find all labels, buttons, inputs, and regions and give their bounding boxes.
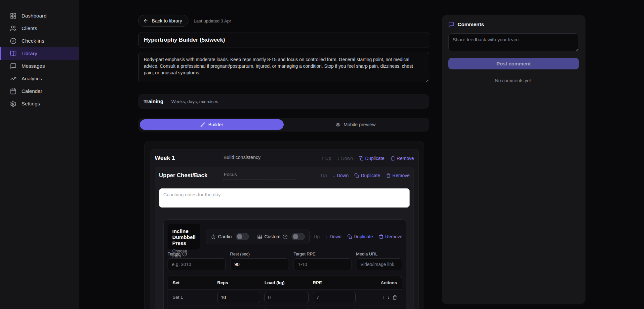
custom-label: Custom bbox=[257, 234, 288, 239]
sidebar-item-messages[interactable]: Messages bbox=[0, 60, 79, 72]
rest-input[interactable] bbox=[230, 258, 289, 270]
sidebar-item-library[interactable]: Library bbox=[0, 47, 79, 60]
copy-icon bbox=[359, 156, 363, 161]
week-remove-button[interactable]: Remove bbox=[390, 156, 414, 161]
cardio-toggle[interactable] bbox=[236, 233, 249, 240]
col-load: Load (kg) bbox=[264, 280, 313, 285]
comment-textarea[interactable] bbox=[448, 33, 579, 51]
load-input[interactable] bbox=[264, 308, 309, 309]
exercise-remove-button[interactable]: Remove bbox=[379, 234, 402, 239]
sidebar-item-dashboard[interactable]: Dashboard bbox=[0, 10, 79, 22]
trash-icon bbox=[379, 234, 383, 239]
sidebar-item-clients[interactable]: Clients bbox=[0, 22, 79, 35]
week-title: Week 1 bbox=[155, 155, 218, 162]
reps-input[interactable] bbox=[217, 292, 260, 303]
pencil-icon bbox=[200, 122, 205, 127]
post-comment-button[interactable]: Post comment bbox=[448, 58, 579, 69]
toggle-knob bbox=[237, 234, 242, 239]
arrow-down-icon: ↓ bbox=[333, 173, 335, 178]
tab-builder[interactable]: Builder bbox=[140, 119, 284, 130]
sidebar: Dashboard Clients Check-ins Library Mess… bbox=[0, 0, 79, 309]
comment-bubble-icon bbox=[448, 21, 454, 27]
message-icon bbox=[10, 63, 17, 69]
set-down-button[interactable]: ↓ bbox=[387, 295, 390, 300]
copy-icon bbox=[347, 234, 352, 239]
target-rpe-field: Target RPE bbox=[294, 251, 351, 270]
arrow-down-icon: ↓ bbox=[387, 295, 390, 300]
sidebar-item-label: Check-ins bbox=[21, 38, 44, 44]
day-title: Upper Chest/Back bbox=[159, 172, 218, 179]
day-focus-input[interactable] bbox=[223, 171, 296, 179]
rest-field: Rest (sec) bbox=[230, 251, 289, 270]
layout-grid-icon bbox=[10, 13, 17, 19]
set-row: Set 1 ↑ ↓ bbox=[168, 289, 402, 305]
day-up-button[interactable]: ↑Up bbox=[317, 173, 327, 178]
day-card: Upper Chest/Back ↑Up ↓Down Duplicate Rem… bbox=[155, 167, 414, 309]
help-circle-icon bbox=[182, 251, 187, 256]
week-down-button[interactable]: ↓Down bbox=[337, 156, 353, 161]
exercise-toggle-group: Cardio Custom bbox=[206, 229, 310, 244]
custom-toggle[interactable] bbox=[292, 233, 305, 240]
exercise-up-button[interactable]: ↑Up bbox=[310, 234, 320, 239]
coaching-notes-textarea[interactable] bbox=[159, 188, 410, 208]
load-input[interactable] bbox=[264, 292, 309, 303]
week-label-input[interactable] bbox=[223, 154, 296, 162]
toggle-knob bbox=[293, 234, 298, 239]
arrow-up-icon: ↑ bbox=[321, 156, 324, 161]
exercise-duplicate-button[interactable]: Duplicate bbox=[347, 234, 373, 239]
cardio-label: Cardio bbox=[211, 234, 232, 239]
arrow-down-icon: ↓ bbox=[337, 156, 340, 161]
tab-mobile-preview[interactable]: Mobile preview bbox=[284, 119, 427, 130]
media-url-input[interactable] bbox=[356, 258, 402, 270]
back-to-library-button[interactable]: Back to library bbox=[138, 15, 188, 27]
exercise-name-box[interactable]: Incline Dumbbell Press Choose from catal… bbox=[168, 224, 200, 250]
divider bbox=[155, 183, 414, 183]
exercise-down-button[interactable]: ↓Down bbox=[326, 234, 342, 239]
sidebar-item-label: Library bbox=[21, 51, 37, 57]
divider bbox=[253, 232, 253, 241]
book-open-icon bbox=[10, 50, 17, 57]
reps-input[interactable] bbox=[217, 308, 260, 309]
rpe-input[interactable] bbox=[313, 292, 356, 303]
sidebar-item-settings[interactable]: Settings bbox=[0, 97, 79, 110]
trending-up-icon bbox=[10, 75, 17, 82]
col-set: Set bbox=[173, 280, 217, 285]
rpe-input[interactable] bbox=[313, 308, 356, 309]
sidebar-item-label: Clients bbox=[21, 25, 37, 31]
program-description-textarea[interactable]: Body-part emphasis with moderate loads. … bbox=[138, 52, 429, 82]
training-subtitle: Weeks, days, exercises bbox=[171, 99, 218, 104]
col-rpe: RPE bbox=[313, 280, 376, 285]
training-title: Training bbox=[143, 98, 163, 104]
arrow-up-icon: ↑ bbox=[317, 173, 319, 178]
day-remove-button[interactable]: Remove bbox=[386, 173, 410, 178]
back-button-label: Back to library bbox=[152, 18, 182, 23]
tempo-input[interactable] bbox=[168, 258, 225, 270]
eye-icon bbox=[336, 122, 341, 127]
set-row-label: Set 1 bbox=[173, 295, 217, 300]
trash-icon bbox=[386, 173, 391, 178]
weeks-container: Week 1 ↑Up ↓Down Duplicate Remove Upper … bbox=[144, 141, 424, 309]
arrow-down-icon: ↓ bbox=[326, 234, 328, 239]
trash-icon bbox=[392, 295, 397, 300]
sidebar-item-label: Settings bbox=[21, 101, 40, 107]
col-actions: Actions bbox=[376, 280, 397, 285]
week-duplicate-button[interactable]: Duplicate bbox=[359, 156, 384, 161]
set-up-button[interactable]: ↑ bbox=[382, 295, 384, 300]
set-delete-button[interactable] bbox=[392, 295, 397, 300]
training-section-header: Training Weeks, days, exercises bbox=[138, 94, 429, 109]
program-title-input[interactable] bbox=[138, 32, 429, 48]
day-down-button[interactable]: ↓Down bbox=[333, 173, 349, 178]
target-rpe-input[interactable] bbox=[294, 258, 351, 270]
sidebar-item-calendar[interactable]: Calendar bbox=[0, 85, 79, 97]
media-url-field: Media URL bbox=[356, 251, 402, 270]
table-icon bbox=[257, 234, 262, 239]
sets-table-header: Set Reps Load (kg) RPE Actions bbox=[168, 276, 402, 289]
arrow-up-icon: ↑ bbox=[382, 295, 384, 300]
sidebar-item-analytics[interactable]: Analytics bbox=[0, 72, 79, 85]
media-url-label: Media URL bbox=[356, 251, 378, 256]
trash-icon bbox=[390, 156, 395, 161]
sidebar-item-checkins[interactable]: Check-ins bbox=[0, 35, 79, 47]
target-rpe-label: Target RPE bbox=[294, 251, 315, 256]
day-duplicate-button[interactable]: Duplicate bbox=[354, 173, 380, 178]
week-up-button[interactable]: ↑Up bbox=[321, 156, 331, 161]
